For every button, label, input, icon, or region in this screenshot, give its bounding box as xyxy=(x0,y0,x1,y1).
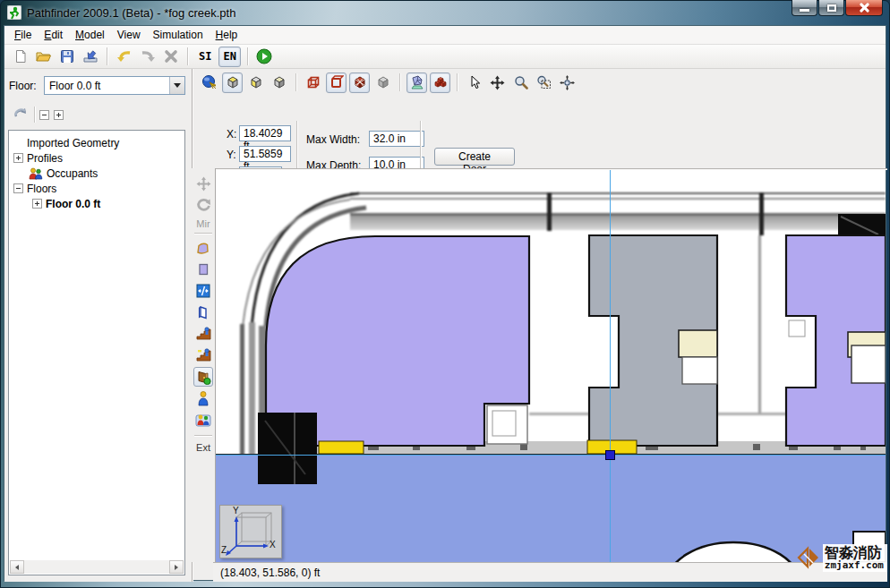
close-button[interactable] xyxy=(845,0,883,16)
doorway-tool-button[interactable] xyxy=(193,303,213,322)
max-width-input[interactable]: 32.0 in xyxy=(369,131,424,147)
show-objects-button[interactable] xyxy=(430,72,450,93)
tree-item-imported-geometry[interactable]: Imported Geometry xyxy=(27,135,119,150)
extrude-tool-button[interactable]: Ext xyxy=(192,442,215,453)
tree-item-occupants[interactable]: Occupants xyxy=(29,166,98,181)
rectangle-room-tool-button[interactable] xyxy=(193,260,213,279)
client-area: File Edit Model View Simulation Help xyxy=(4,25,886,581)
tree-horizontal-scrollbar[interactable] xyxy=(10,560,184,574)
rotate-tool-button[interactable] xyxy=(193,195,213,215)
new-file-button[interactable] xyxy=(10,47,30,67)
tree-item-label: Imported Geometry xyxy=(27,137,119,149)
tool-strip-separator xyxy=(194,233,212,234)
show-solid-button[interactable] xyxy=(326,72,347,93)
pan-tool-button[interactable] xyxy=(487,72,508,93)
zoom-box-tool-button[interactable] xyxy=(534,72,554,93)
menu-file[interactable]: File xyxy=(8,27,38,43)
show-obstructions-button[interactable] xyxy=(406,72,427,93)
reset-view-button[interactable] xyxy=(557,72,578,93)
import-geometry-button[interactable] xyxy=(80,47,100,67)
menu-view[interactable]: View xyxy=(111,27,147,43)
toolbar-separator xyxy=(34,107,35,123)
view-top-button[interactable] xyxy=(222,72,243,93)
undo-button[interactable] xyxy=(114,47,134,67)
menu-edit[interactable]: Edit xyxy=(38,27,69,43)
save-button[interactable] xyxy=(56,47,77,67)
show-gray-button[interactable] xyxy=(372,72,393,93)
zoom-tool-button[interactable] xyxy=(510,72,531,93)
units-en-button[interactable]: EN xyxy=(218,47,240,67)
menu-model[interactable]: Model xyxy=(69,27,111,43)
arrow-right-icon xyxy=(175,565,178,570)
expand-icon[interactable] xyxy=(13,153,23,163)
stairs-person-icon xyxy=(196,327,211,341)
collapse-icon[interactable] xyxy=(13,183,23,193)
tree-item-label: Occupants xyxy=(47,167,98,180)
scrollbar-track[interactable] xyxy=(24,560,169,574)
delete-button[interactable] xyxy=(160,47,181,67)
units-si-button[interactable]: SI xyxy=(194,47,216,67)
move-tool-button[interactable] xyxy=(193,174,213,193)
close-icon xyxy=(859,2,870,13)
orbit-tool-button[interactable] xyxy=(199,72,219,93)
minimize-button[interactable] xyxy=(792,0,817,16)
stairs-tool-button[interactable] xyxy=(193,324,213,344)
thin-wall-tool-button[interactable] xyxy=(193,281,213,301)
tree-item-floor-0[interactable]: Floor 0.0 ft xyxy=(32,196,100,211)
add-occupants-group-tool-button[interactable] xyxy=(193,410,213,430)
scroll-left-button[interactable] xyxy=(10,560,24,574)
x-input[interactable]: 18.4029 ft xyxy=(239,125,291,141)
dropdown-arrow-button[interactable] xyxy=(169,77,184,94)
expand-icon[interactable] xyxy=(32,199,42,209)
select-tool-button[interactable] xyxy=(464,72,484,93)
minimize-icon xyxy=(800,9,809,12)
door-1[interactable] xyxy=(319,441,364,454)
open-file-button[interactable] xyxy=(33,47,54,67)
view-side-button[interactable] xyxy=(269,72,289,93)
delete-x-icon xyxy=(164,49,178,64)
collapse-all-button[interactable] xyxy=(39,110,49,120)
room-2-fixture xyxy=(679,330,717,357)
view-front-button[interactable] xyxy=(245,72,266,93)
scroll-right-button[interactable] xyxy=(169,560,184,574)
redo-icon xyxy=(140,49,156,64)
panel-divider xyxy=(192,168,887,169)
hide-geometry-button[interactable] xyxy=(349,72,370,93)
door-tool-button[interactable] xyxy=(193,367,213,387)
toolbar-separator xyxy=(247,47,248,65)
stairs2-tool-button[interactable] xyxy=(193,345,213,365)
cursor-coordinates: (18.403, 51.586, 0) ft xyxy=(220,567,320,579)
add-occupant-tool-button[interactable] xyxy=(193,388,213,408)
polygon-room-tool-button[interactable] xyxy=(193,238,213,258)
menu-help[interactable]: Help xyxy=(210,27,244,43)
cube-gray-top-icon xyxy=(272,75,287,89)
cube-yellow-front-icon xyxy=(249,75,263,89)
create-door-button[interactable]: Create Door xyxy=(434,148,515,166)
model-tree[interactable]: Imported Geometry Profiles Occupants Flo… xyxy=(8,130,185,575)
toolbar-separator xyxy=(399,73,400,91)
model-canvas[interactable]: Y X Z xyxy=(216,170,886,562)
mirror-tool-button[interactable]: Mir xyxy=(192,218,215,229)
wireframe-button[interactable] xyxy=(303,72,323,93)
expand-all-button[interactable] xyxy=(54,110,64,120)
window-controls xyxy=(791,0,883,16)
floor-plan-geometry[interactable] xyxy=(216,170,886,562)
rectangle-icon xyxy=(196,262,210,277)
redo-button[interactable] xyxy=(137,47,158,67)
x-label: X: xyxy=(227,128,236,141)
polygon-icon xyxy=(196,242,210,255)
axis-z-label: Z xyxy=(221,545,227,555)
floor-dropdown[interactable]: Floor 0.0 ft xyxy=(44,76,185,95)
title-bar[interactable]: Pathfinder 2009.1 (Beta) - *fog creek.pt… xyxy=(0,0,890,25)
maximize-icon xyxy=(827,4,836,12)
run-simulation-button[interactable] xyxy=(254,47,275,67)
maximize-button[interactable] xyxy=(818,0,844,16)
refresh-tree-button[interactable] xyxy=(12,105,30,125)
y-input[interactable]: 51.5859 ft xyxy=(239,146,291,162)
axis-cube-icon xyxy=(220,506,281,558)
tree-item-profiles[interactable]: Profiles xyxy=(13,150,63,166)
tree-item-floors[interactable]: Floors xyxy=(13,181,56,196)
toolbar-separator xyxy=(187,47,188,65)
import-icon xyxy=(82,49,98,64)
menu-simulation[interactable]: Simulation xyxy=(147,27,210,43)
